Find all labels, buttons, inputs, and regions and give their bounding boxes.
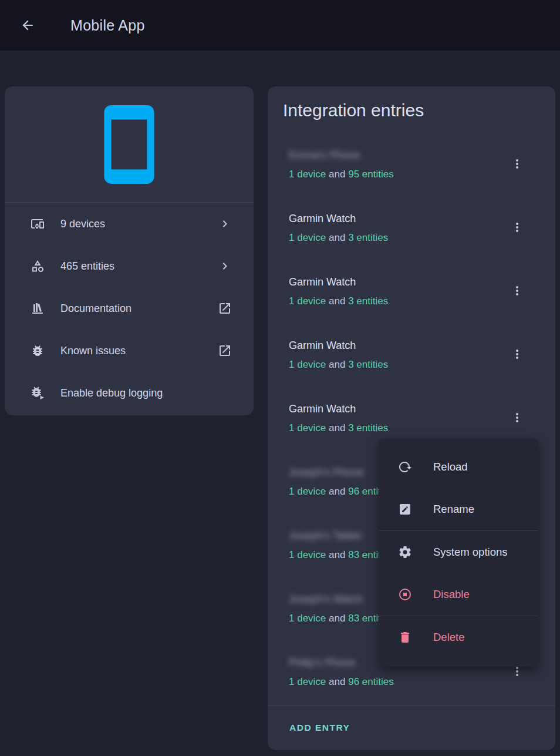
menu-item-label: Delete	[433, 631, 464, 644]
dots-vertical-icon	[510, 284, 524, 298]
entity-count-link[interactable]: 3 entities	[348, 295, 388, 307]
entry-text: Garmin Watch 1 device and 3 entities	[289, 211, 505, 244]
cellphone-icon	[86, 102, 172, 187]
entry-name: Garmin Watch	[289, 274, 505, 290]
entry-summary: 1 device and 96 entities	[289, 676, 505, 688]
integration-info-card: 9 devices 465 entities Documentation Kno…	[5, 86, 254, 415]
stop-circle-icon	[398, 587, 412, 602]
menu-item-disable[interactable]: Disable	[379, 573, 538, 616]
entity-count-link[interactable]: 96 entities	[348, 676, 394, 687]
pencil-box-icon	[398, 502, 412, 516]
entity-count-link[interactable]: 3 entities	[348, 359, 388, 370]
entity-count-link[interactable]: 3 entities	[348, 232, 388, 243]
entry-menu-button[interactable]	[505, 216, 529, 239]
menu-item-label: Reload	[433, 461, 468, 473]
device-count-link[interactable]: 1 device	[289, 232, 326, 243]
entities-row[interactable]: 465 entities	[5, 245, 254, 287]
entry-text: Garmin Watch 1 device and 3 entities	[289, 401, 505, 435]
chevron-right-icon	[218, 259, 232, 273]
menu-item-label: Rename	[433, 503, 474, 516]
menu-item-reload[interactable]: Reload	[379, 446, 538, 488]
entry-menu-button[interactable]	[505, 279, 529, 303]
summary-conjunction: and	[329, 613, 345, 624]
entries-card-title: Integration entries	[283, 100, 424, 120]
entry-menu-button[interactable]	[505, 342, 529, 366]
reload-icon	[398, 460, 412, 474]
entities-row-label: 465 entities	[60, 260, 218, 273]
trash-icon	[398, 630, 412, 644]
page-title: Mobile App	[70, 17, 145, 34]
device-count-link[interactable]: 1 device	[289, 613, 326, 624]
documentation-row-label: Documentation	[60, 303, 218, 315]
known-issues-row[interactable]: Known issues	[5, 330, 254, 372]
devices-row[interactable]: 9 devices	[5, 203, 254, 245]
integration-hero	[5, 86, 254, 203]
entry-text: Emma's Phone 1 device and 95 entities	[289, 147, 505, 181]
devices-icon	[31, 217, 45, 231]
entry-menu-button[interactable]	[505, 152, 529, 176]
device-count-link[interactable]: 1 device	[289, 359, 326, 370]
entry-summary: 1 device and 3 entities	[289, 295, 505, 308]
summary-conjunction: and	[329, 486, 345, 497]
entry-name: Emma's Phone	[289, 147, 505, 163]
entity-count-link[interactable]: 3 entities	[348, 422, 388, 434]
entry-name: Garmin Watch	[289, 211, 505, 226]
summary-conjunction: and	[329, 295, 345, 307]
menu-item-system-options[interactable]: System options	[379, 531, 538, 573]
bug-icon	[31, 344, 45, 358]
documentation-row[interactable]: Documentation	[5, 287, 254, 330]
dots-vertical-icon	[510, 220, 524, 234]
entry-context-menu: Reload Rename System options Disable Del…	[379, 439, 538, 667]
entry-summary: 1 device and 95 entities	[289, 168, 505, 181]
entry-name: Garmin Watch	[289, 338, 505, 353]
summary-conjunction: and	[329, 169, 345, 180]
menu-item-rename[interactable]: Rename	[379, 488, 538, 530]
device-count-link[interactable]: 1 device	[289, 549, 326, 560]
entry-text: Garmin Watch 1 device and 3 entities	[289, 338, 505, 371]
entry-row: Emma's Phone 1 device and 95 entities	[268, 132, 555, 196]
entity-count-link[interactable]: 95 entities	[348, 169, 394, 180]
gear-icon	[398, 545, 412, 559]
entry-text: Garmin Watch 1 device and 3 entities	[289, 274, 505, 308]
summary-conjunction: and	[329, 359, 345, 370]
device-count-link[interactable]: 1 device	[289, 422, 326, 434]
menu-item-label: Disable	[433, 588, 470, 601]
chevron-right-icon	[218, 217, 232, 231]
entries-card-footer: ADD ENTRY	[268, 705, 555, 750]
entry-summary: 1 device and 3 entities	[289, 231, 505, 244]
open-in-new-icon	[218, 344, 232, 358]
device-count-link[interactable]: 1 device	[289, 295, 326, 307]
entry-name: Garmin Watch	[289, 401, 505, 416]
summary-conjunction: and	[329, 232, 345, 243]
dots-vertical-icon	[510, 411, 524, 425]
summary-conjunction: and	[329, 549, 345, 560]
entry-summary: 1 device and 3 entities	[289, 358, 505, 371]
entry-row: Garmin Watch 1 device and 3 entities	[268, 259, 555, 322]
summary-conjunction: and	[329, 422, 345, 434]
open-in-new-icon	[218, 301, 232, 315]
dots-vertical-icon	[510, 157, 524, 171]
device-count-link[interactable]: 1 device	[289, 486, 326, 497]
shapes-icon	[31, 259, 45, 273]
entry-row: Garmin Watch 1 device and 3 entities	[268, 322, 555, 386]
device-count-link[interactable]: 1 device	[289, 169, 326, 180]
entry-summary: 1 device and 3 entities	[289, 422, 505, 435]
back-button[interactable]	[14, 11, 42, 39]
summary-conjunction: and	[329, 676, 345, 687]
bug-play-icon	[31, 386, 45, 400]
devices-row-label: 9 devices	[60, 218, 218, 230]
known-issues-row-label: Known issues	[60, 345, 218, 357]
bookshelf-icon	[31, 301, 45, 315]
arrow-left-icon	[20, 18, 35, 33]
app-header: Mobile App	[0, 0, 560, 51]
enable-debug-logging-row[interactable]: Enable debug logging	[5, 372, 254, 414]
dots-vertical-icon	[510, 347, 524, 361]
entry-row: Garmin Watch 1 device and 3 entities	[268, 196, 555, 259]
enable-debug-logging-label: Enable debug logging	[60, 387, 232, 399]
menu-item-label: System options	[433, 546, 507, 559]
add-entry-button[interactable]: ADD ENTRY	[289, 723, 350, 733]
menu-item-delete[interactable]: Delete	[379, 616, 538, 658]
device-count-link[interactable]: 1 device	[289, 676, 326, 687]
integration-info-rows: 9 devices 465 entities Documentation Kno…	[5, 203, 254, 414]
entry-menu-button[interactable]	[505, 406, 529, 429]
